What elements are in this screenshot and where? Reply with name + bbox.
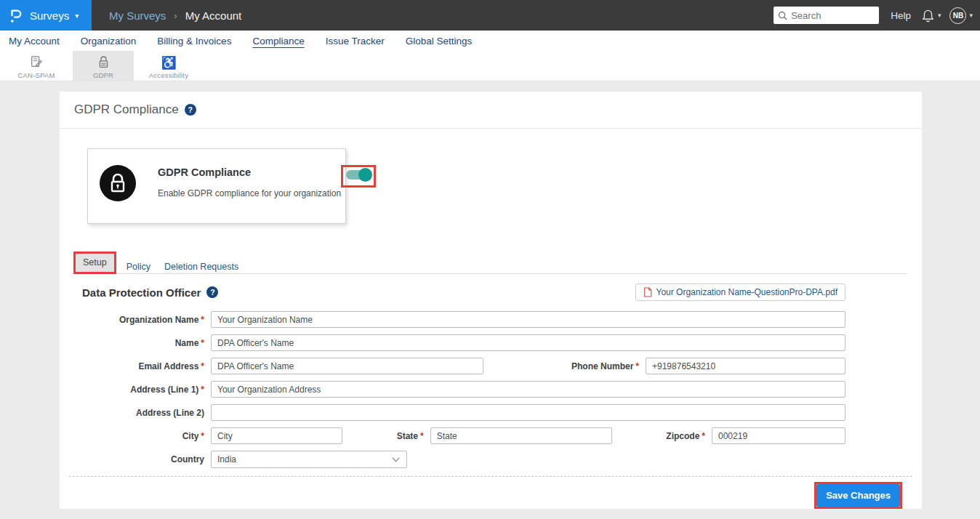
breadcrumb-current: My Account — [185, 9, 242, 22]
zipcode-input[interactable] — [712, 427, 846, 444]
subtab-label: GDPR — [93, 71, 113, 79]
nav-tab-issue-tracker[interactable]: Issue Tracker — [326, 36, 385, 47]
help-link[interactable]: Help — [891, 10, 911, 21]
tab-deletion-requests[interactable]: Deletion Requests — [161, 262, 242, 272]
toggle-knob — [358, 168, 372, 182]
field-label: City* — [60, 431, 204, 441]
form-row: Email Address* Phone Number* — [60, 358, 846, 374]
form-row: Organization Name* — [60, 311, 846, 328]
subtab-label: Accessibility — [149, 71, 188, 79]
nav-tab-my-account[interactable]: My Account — [9, 36, 60, 47]
help-icon[interactable]: ? — [206, 286, 218, 298]
subtab-gdpr[interactable]: GDPR — [73, 51, 134, 81]
country-select[interactable]: India — [211, 451, 407, 468]
card-description: Enable GDPR compliance for your organiza… — [158, 188, 341, 198]
country-selected-value: India — [217, 454, 236, 464]
gdpr-toggle[interactable] — [346, 170, 371, 180]
save-changes-button[interactable]: Save Changes — [816, 484, 900, 507]
search-box — [774, 7, 879, 24]
chevron-down-icon — [391, 456, 401, 463]
account-menu[interactable]: NB ▾ — [949, 7, 973, 24]
breadcrumb-separator-icon: › — [174, 10, 177, 21]
annotation-highlight: Save Changes — [814, 482, 902, 509]
product-switcher[interactable]: Surveys ▾ — [0, 0, 92, 31]
field-label: Phone Number* — [571, 361, 639, 371]
gdpr-section-tabs: Setup Policy Deletion Requests — [73, 252, 907, 274]
subtab-can-spam[interactable]: CAN-SPAM — [0, 51, 73, 81]
search-input[interactable] — [791, 10, 871, 21]
help-icon[interactable]: ? — [185, 104, 196, 116]
top-navigation-bar: Surveys ▾ My Surveys › My Account Help ▾… — [0, 0, 980, 31]
city-input[interactable] — [211, 427, 342, 444]
caret-down-icon: ▾ — [938, 12, 941, 19]
field-label: Email Address* — [60, 361, 204, 371]
document-pencil-icon — [30, 55, 43, 69]
tab-policy[interactable]: Policy — [123, 262, 154, 272]
field-label: Country — [60, 454, 204, 464]
card-title: GDPR Compliance — [158, 166, 341, 178]
dpa-pdf-button[interactable]: Your Organization Name-QuestionPro-DPA.p… — [635, 283, 846, 301]
accessibility-icon: ♿ — [161, 55, 176, 69]
dpo-section-header: Data Protection Officer ? Your Organizat… — [82, 283, 846, 301]
divider — [69, 476, 912, 477]
questionpro-logo-icon — [9, 6, 22, 25]
address-line2-input[interactable] — [211, 404, 846, 421]
annotation-highlight: Setup — [73, 252, 116, 274]
breadcrumb: My Surveys › My Account — [109, 9, 241, 22]
form-row: City* State* Zipcode* — [60, 427, 846, 444]
subtab-accessibility[interactable]: ♿ Accessibility — [134, 51, 204, 81]
field-label: Organization Name* — [60, 315, 204, 325]
lock-badge-icon — [100, 165, 136, 201]
avatar: NB — [949, 7, 966, 24]
form-row: Address (Line 2) — [60, 404, 846, 421]
nav-tab-compliance[interactable]: Compliance — [252, 36, 304, 47]
page-header: GDPR Compliance ? — [60, 92, 922, 129]
account-nav-tabs: My Account Organization Billing & Invoic… — [0, 31, 980, 51]
caret-down-icon: ▾ — [75, 12, 79, 20]
section-title: Data Protection Officer — [82, 286, 201, 299]
phone-number-input[interactable] — [646, 358, 846, 374]
tab-setup[interactable]: Setup — [76, 254, 114, 272]
dpa-name-input[interactable] — [211, 334, 846, 351]
nav-tab-global-settings[interactable]: Global Settings — [406, 36, 473, 47]
gdpr-toggle-card: GDPR Compliance Enable GDPR compliance f… — [87, 148, 346, 224]
lock-icon — [97, 55, 110, 69]
notifications-button[interactable]: ▾ — [921, 8, 941, 23]
page-title: GDPR Compliance — [74, 102, 179, 117]
subtab-label: CAN-SPAM — [17, 71, 55, 79]
pdf-file-icon — [643, 287, 652, 297]
dpo-form: Organization Name* Name* Email Address* … — [60, 311, 846, 468]
gdpr-compliance-panel: GDPR Compliance ? GDPR Compliance Enable… — [60, 92, 922, 509]
annotation-highlight — [341, 165, 376, 188]
pdf-button-label: Your Organization Name-QuestionPro-DPA.p… — [656, 287, 838, 297]
bell-icon — [921, 8, 935, 23]
address-line1-input[interactable] — [211, 381, 846, 398]
caret-down-icon: ▾ — [969, 12, 973, 19]
compliance-subtabs: CAN-SPAM GDPR ♿ Accessibility — [0, 51, 980, 81]
state-input[interactable] — [430, 427, 612, 444]
field-label: State* — [397, 431, 424, 441]
product-name: Surveys — [30, 9, 69, 22]
organization-name-input[interactable] — [211, 311, 846, 328]
field-label: Zipcode* — [666, 431, 705, 441]
form-row: Address (Line 1)* — [60, 381, 846, 398]
form-row: Name* — [60, 334, 846, 351]
field-label: Address (Line 2) — [60, 408, 204, 418]
form-row: Country India — [60, 451, 846, 468]
save-row: Save Changes — [60, 482, 902, 509]
nav-tab-billing-invoices[interactable]: Billing & Invoices — [157, 36, 231, 47]
field-label: Name* — [60, 338, 204, 348]
field-label: Address (Line 1)* — [60, 385, 204, 395]
nav-tab-organization[interactable]: Organization — [81, 36, 137, 47]
breadcrumb-my-surveys[interactable]: My Surveys — [109, 9, 166, 22]
email-address-input[interactable] — [211, 358, 483, 374]
search-icon — [778, 11, 787, 20]
